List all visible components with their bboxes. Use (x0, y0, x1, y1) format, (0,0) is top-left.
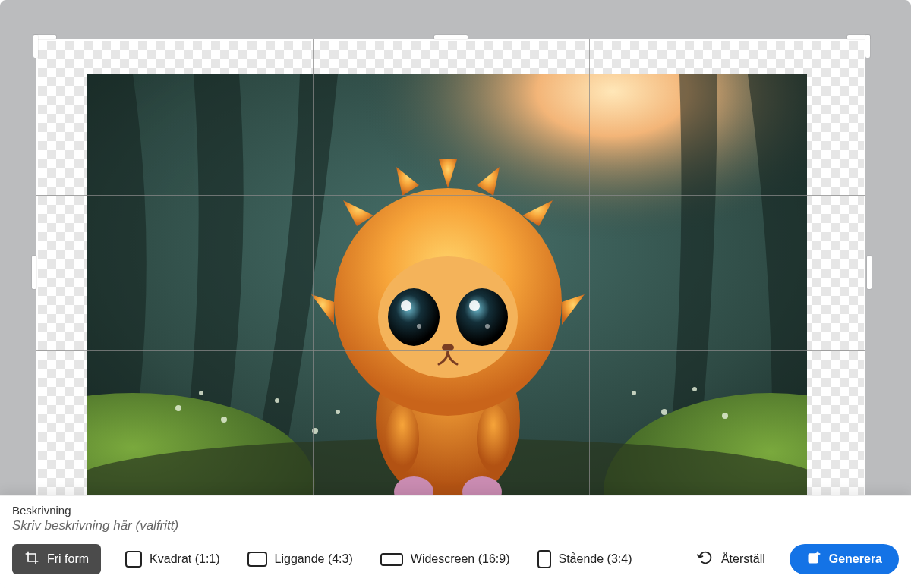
svg-point-18 (386, 404, 419, 473)
svg-point-7 (221, 417, 227, 423)
crop-handle-l[interactable] (32, 256, 36, 289)
crop-handle-r[interactable] (867, 256, 872, 289)
portrait-icon (537, 550, 551, 568)
aspect-square-button[interactable]: Kvadrat (1:1) (122, 546, 222, 572)
generated-image (87, 74, 807, 495)
aspect-portrait-button[interactable]: Stående (3:4) (534, 546, 635, 573)
landscape-icon (247, 552, 267, 567)
square-icon (125, 551, 142, 568)
crop-handle-tr[interactable] (865, 35, 870, 58)
reset-label: Återställ (721, 552, 765, 566)
aspect-label: Fri form (47, 552, 89, 566)
aspect-label: Kvadrat (1:1) (150, 552, 219, 566)
aspect-label: Stående (3:4) (559, 552, 632, 566)
crop-handle-tl[interactable] (33, 35, 38, 58)
crop-icon (24, 550, 39, 568)
aspect-landscape-button[interactable]: Liggande (4:3) (244, 547, 356, 571)
widescreen-icon (380, 553, 403, 566)
canvas-area[interactable] (0, 0, 911, 495)
control-panel: Beskrivning Skriv beskrivning här (valfr… (0, 495, 911, 588)
sparkle-icon (806, 550, 821, 568)
undo-icon (697, 550, 714, 568)
svg-point-11 (632, 391, 636, 395)
svg-point-9 (312, 428, 318, 434)
svg-point-27 (485, 324, 490, 329)
svg-point-8 (275, 398, 279, 403)
aspect-toolbar: Fri form Kvadrat (1:1) Liggande (4:3) Wi… (12, 544, 899, 574)
aspect-widescreen-button[interactable]: Widescreen (16:9) (377, 548, 513, 571)
generate-button[interactable]: Generera (790, 544, 899, 574)
description-input[interactable]: Skriv beskrivning här (valfritt) (12, 518, 899, 533)
svg-point-10 (336, 410, 340, 414)
svg-point-26 (417, 324, 421, 329)
svg-point-5 (175, 405, 181, 411)
svg-point-25 (469, 300, 480, 311)
aspect-label: Liggande (4:3) (275, 552, 353, 566)
svg-rect-29 (809, 554, 818, 563)
svg-point-14 (722, 413, 728, 419)
aspect-freeform-button[interactable]: Fri form (12, 544, 101, 574)
svg-point-22 (388, 288, 440, 346)
svg-point-6 (199, 391, 203, 395)
crop-handle-t[interactable] (434, 35, 468, 39)
generate-label: Generera (829, 552, 882, 566)
svg-point-24 (401, 300, 411, 311)
svg-point-12 (661, 409, 667, 415)
svg-point-19 (477, 404, 510, 473)
description-label: Beskrivning (12, 504, 899, 517)
svg-point-13 (692, 387, 697, 391)
aspect-label: Widescreen (16:9) (411, 552, 510, 566)
svg-point-23 (456, 288, 508, 346)
reset-button[interactable]: Återställ (694, 546, 768, 573)
